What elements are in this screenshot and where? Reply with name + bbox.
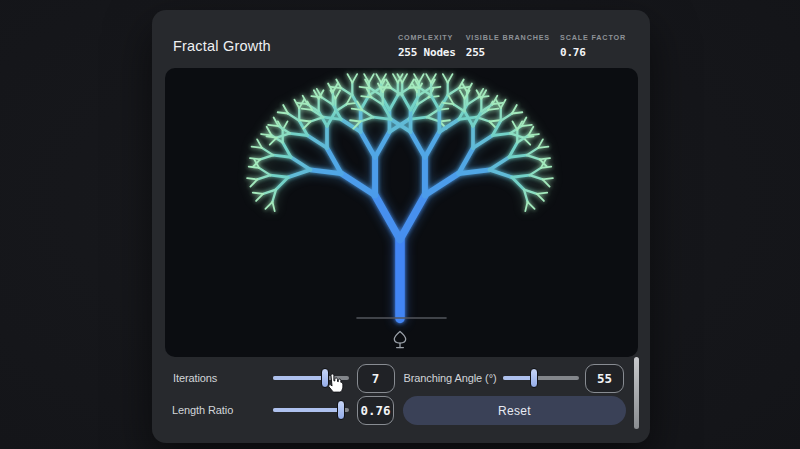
fractal-canvas[interactable] [165,68,638,357]
tree-branch [348,74,353,83]
tree-branch [530,175,543,179]
tree-branch [372,97,383,104]
tree-branch [341,88,352,95]
tree-branch [260,155,273,159]
tree-branch [270,138,277,145]
tree-branch [265,202,272,209]
stat-scale-factor-value: 0.76 [560,46,586,59]
tree-branch [270,175,288,177]
tree-branch [448,88,459,95]
tree-branch [402,74,407,83]
branching-angle-slider[interactable] [503,369,579,387]
tree-branch [512,112,522,113]
tree-branch [448,74,453,83]
tree-branch [310,170,341,174]
tree-branch [473,136,492,149]
length-ratio-label: Length Ratio [172,404,233,416]
stat-visible-branches-label: VISIBLE BRANCHES [466,33,550,42]
app-title: Fractal Growth [173,38,271,54]
app-header: Fractal Growth COMPLEXITY 255 Nodes VISI… [152,10,650,68]
tree-branch [443,74,448,83]
tree-branch [303,122,310,129]
tree-branch [375,195,400,239]
tree-branch [257,175,270,179]
tree-icon [394,332,405,348]
tree-branch [300,120,310,121]
stat-complexity-value: 255 Nodes [398,46,456,59]
tree-branch [411,132,425,158]
tree-branch [361,132,375,158]
tree-branch [288,170,310,177]
iterations-label: Iterations [173,372,217,384]
tree-branch [256,194,263,201]
tree-branch [322,97,333,104]
tree-branch [537,193,547,194]
stat-visible-branches-value: 255 [466,46,485,59]
tree-branch [541,167,551,168]
reset-button[interactable]: Reset [403,396,626,425]
tree-branch [352,74,357,83]
tree-branch [417,97,428,104]
tree-branch [490,120,500,121]
controls-scrollbar[interactable] [634,357,639,429]
tree-branch [426,74,431,83]
tree-branch [376,74,381,83]
stat-complexity-label: COMPLEXITY [398,33,453,42]
tree-branch [308,136,327,149]
tree-branch [488,109,498,110]
tree-branch [459,170,490,174]
tree-branch [369,74,374,83]
length-ratio-value[interactable]: 0.76 [357,396,394,425]
tree-branch [425,132,439,158]
tree-branch [272,202,274,211]
stat-complexity: COMPLEXITY 255 Nodes [398,33,456,59]
tree-branch [527,148,538,155]
tree-branch [543,179,550,186]
stat-visible-branches: VISIBLE BRANCHES 255 [466,33,550,59]
tree-branch [350,120,360,121]
tree-branch [529,134,539,135]
tree-branch [525,202,527,211]
branching-angle-slider-thumb[interactable] [530,368,538,388]
iterations-slider-thumb[interactable] [321,368,329,388]
iterations-slider[interactable] [273,369,349,387]
tree-branch [501,114,512,121]
tree-branch [291,157,310,170]
fractal-tree [247,74,553,318]
tree-branch [247,178,257,179]
fractal-app-card: Fractal Growth COMPLEXITY 255 Nodes VISI… [152,10,650,443]
tree-branch [425,174,459,196]
tree-branch [259,168,270,175]
tree-branch [453,104,464,111]
tree-branch [538,147,548,148]
tree-branch [460,90,465,99]
length-ratio-slider[interactable] [273,401,349,419]
stat-scale-factor-label: SCALE FACTOR [560,33,626,42]
tree-branch [341,174,375,196]
tree-branch [391,88,402,95]
tree-branch [250,158,260,159]
tree-branch [490,157,509,170]
tree-branch [419,74,424,83]
tree-branch [266,136,276,137]
tree-branch [362,110,373,117]
tree-branch [467,97,478,104]
page-background: Fractal Growth COMPLEXITY 255 Nodes VISI… [0,0,800,449]
tree-branch [402,95,410,110]
stats-bar: COMPLEXITY 255 Nodes VISIBLE BRANCHES 25… [398,33,626,59]
tree-branch [522,125,532,126]
tree-branch [528,202,535,209]
tree-branch [537,194,544,201]
tree-branch [543,178,553,179]
length-ratio-slider-fill [273,408,341,412]
iterations-value[interactable]: 7 [357,364,395,393]
branching-angle-value[interactable]: 55 [585,364,624,393]
tree-branch [427,110,438,117]
length-ratio-slider-thumb[interactable] [337,400,345,420]
tree-branch [375,132,389,158]
tree-branch [512,175,530,177]
tree-branch [389,95,397,110]
tree-branch [400,195,425,239]
tree-branch [262,148,273,155]
tree-branch [335,90,340,99]
